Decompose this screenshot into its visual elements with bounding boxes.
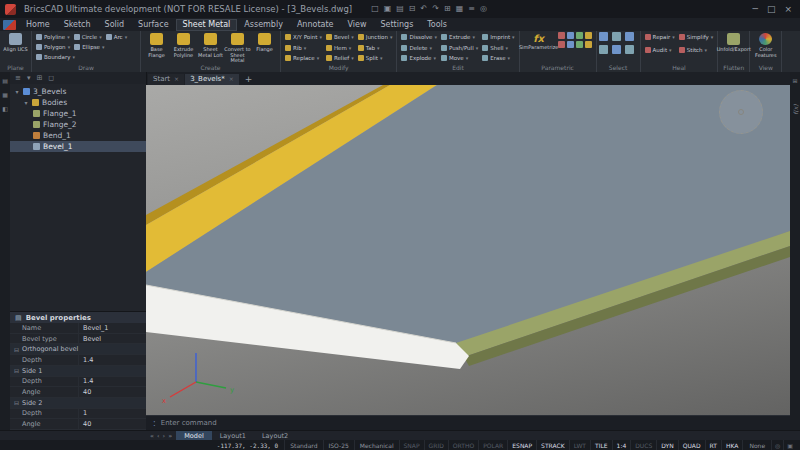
render-icon[interactable]: ◎ xyxy=(480,0,487,18)
expander-icon[interactable]: ▾ xyxy=(14,88,20,95)
layers-panel-icon[interactable]: ▦ xyxy=(2,91,8,98)
draw-tool-button[interactable]: Circle xyxy=(72,32,104,42)
parametric-tool-icon[interactable] xyxy=(585,41,592,48)
select-tool-icon[interactable] xyxy=(612,32,621,41)
edit-tool-button[interactable]: Shell xyxy=(480,43,516,53)
unfold-export-button[interactable]: Unfold/Export xyxy=(720,32,747,53)
tree-item-bodies[interactable]: ▾ Bodies xyxy=(10,97,146,108)
print-icon[interactable]: ⊟ xyxy=(409,0,416,18)
prev-layout-icon[interactable]: ‹ xyxy=(157,432,160,440)
navigation-wheel[interactable] xyxy=(719,90,763,134)
tree-item-bevel1-selected[interactable]: Bevel_1 xyxy=(10,141,146,152)
selection-mode[interactable]: None xyxy=(742,440,771,450)
tree-item-flange1[interactable]: Flange_1 xyxy=(10,108,146,119)
new-file-icon[interactable]: □ xyxy=(371,0,379,18)
edit-tool-button[interactable]: Explode xyxy=(399,53,439,63)
ribbon-tab[interactable]: Surface xyxy=(131,19,175,31)
properties-icon[interactable]: ≡ xyxy=(468,0,475,18)
tree-root[interactable]: ▾ 3_Bevels xyxy=(10,86,146,97)
browser-add-icon[interactable]: ⊞ xyxy=(36,74,42,82)
draw-tool-button[interactable]: Boundary xyxy=(34,52,77,62)
document-tab[interactable]: 3_Bevels* xyxy=(185,74,239,85)
status-toggle[interactable]: TILE xyxy=(590,440,612,450)
status-toggle[interactable]: ESNAP xyxy=(507,440,536,450)
maximize-button[interactable]: □ xyxy=(767,0,776,18)
status-toggle[interactable]: DYN xyxy=(656,440,677,450)
parametric-tool-icon[interactable] xyxy=(567,32,574,39)
status-toggle[interactable]: LWT xyxy=(569,440,590,450)
minimize-button[interactable]: ─ xyxy=(753,0,758,18)
ribbon-tab[interactable]: View xyxy=(341,19,374,31)
draw-tool-button[interactable]: Ellipse xyxy=(72,42,106,52)
select-tool-icon[interactable] xyxy=(599,45,608,54)
ribbon-tab[interactable]: Solid xyxy=(98,19,132,31)
status-field[interactable]: Mechanical xyxy=(354,440,399,450)
edit-tool-button[interactable]: Move xyxy=(439,53,480,63)
select-tool-icon[interactable] xyxy=(625,45,634,54)
command-input[interactable]: Enter command xyxy=(161,419,217,427)
clean-screen-icon[interactable]: ▣ xyxy=(783,440,796,450)
create-tool-button[interactable]: Flange xyxy=(251,32,278,53)
edit-tool-button[interactable]: Imprint xyxy=(480,32,516,42)
open-file-icon[interactable]: ▣ xyxy=(384,0,392,18)
paste-icon[interactable]: ▦ xyxy=(456,0,464,18)
status-field[interactable]: Standard xyxy=(284,440,322,450)
draw-tool-button[interactable]: Polygon xyxy=(34,42,72,52)
fx-parametric-icon[interactable]: f(x) xyxy=(792,104,799,114)
status-toggle[interactable]: 1:4 xyxy=(612,440,631,450)
next-layout-icon[interactable]: › xyxy=(163,432,166,440)
simparametrize-button[interactable]: fxSimParametrize xyxy=(522,32,556,51)
status-toggle[interactable]: GRID xyxy=(424,440,448,450)
browser-settings-icon[interactable]: ◻ xyxy=(48,74,54,82)
create-tool-button[interactable]: Extrude Polyline xyxy=(170,32,197,58)
modify-tool-button[interactable]: Relief xyxy=(324,53,356,63)
parametric-tool-icon[interactable] xyxy=(567,41,574,48)
status-toggle[interactable]: STRACK xyxy=(536,440,569,450)
ribbon-tab[interactable]: Sketch xyxy=(57,19,98,31)
model-viewport[interactable]: y x xyxy=(146,85,790,416)
annotation-monitor-icon[interactable]: ◎ xyxy=(771,440,783,450)
last-layout-icon[interactable]: » xyxy=(168,432,172,440)
ribbon-tab[interactable]: Tools xyxy=(420,19,454,31)
close-button[interactable]: × xyxy=(784,0,792,18)
ribbon-tab[interactable]: Settings xyxy=(373,19,420,31)
edit-tool-button[interactable]: Extrude xyxy=(439,32,480,42)
ribbon-tab[interactable]: Sheet Metal xyxy=(176,19,238,31)
select-tool-icon[interactable] xyxy=(599,32,608,41)
color-features-button[interactable]: Color Features xyxy=(752,32,779,58)
heal-tool-button[interactable]: Simplify xyxy=(677,32,716,42)
status-toggle[interactable]: ORTHO xyxy=(448,440,478,450)
heal-tool-button[interactable]: Stitch xyxy=(677,45,716,55)
draw-tool-button[interactable]: Arc xyxy=(104,32,129,42)
ribbon-tab[interactable]: Assembly xyxy=(237,19,290,31)
tool-palettes-icon[interactable]: ⊞ xyxy=(792,77,797,84)
command-line[interactable]: : Enter command xyxy=(146,415,790,430)
ribbon-tab[interactable]: Annotate xyxy=(290,19,341,31)
new-document-button[interactable]: + xyxy=(240,74,258,85)
edit-tool-button[interactable]: Dissolve xyxy=(399,32,439,42)
save-icon[interactable]: ▤ xyxy=(396,0,404,18)
structure-panel-icon[interactable]: ◧ xyxy=(2,105,8,112)
parametric-tool-icon[interactable] xyxy=(576,32,583,39)
parametric-tool-icon[interactable] xyxy=(558,32,565,39)
edit-tool-button[interactable]: Push/Pull xyxy=(439,43,480,53)
status-toggle[interactable]: QUAD xyxy=(678,440,705,450)
app-menu-icon[interactable] xyxy=(3,20,16,30)
modify-tool-button[interactable]: Tab xyxy=(356,43,395,53)
modify-tool-button[interactable]: Rib xyxy=(283,43,324,53)
select-tool-icon[interactable] xyxy=(625,32,634,41)
ribbon-tab[interactable]: Home xyxy=(19,19,57,31)
create-tool-button[interactable]: Convert to Sheet Metal xyxy=(224,32,251,64)
create-tool-button[interactable]: Sheet Metal Loft xyxy=(197,32,224,58)
ribbon-panel-icon[interactable]: ▤ xyxy=(2,77,8,84)
status-toggle[interactable]: POLAR xyxy=(478,440,507,450)
modify-tool-button[interactable]: Replace xyxy=(283,53,324,63)
browser-expand-icon[interactable]: ▾ xyxy=(27,74,31,82)
tree-item-flange2[interactable]: Flange_2 xyxy=(10,119,146,130)
modify-tool-button[interactable]: X/Y Point xyxy=(283,32,324,42)
undo-icon[interactable]: ↶ xyxy=(421,0,428,18)
modify-tool-button[interactable]: Junction xyxy=(356,32,395,42)
copy-icon[interactable]: ⊞ xyxy=(444,0,451,18)
status-field[interactable]: ISO-25 xyxy=(323,440,354,450)
heal-tool-button[interactable]: Audit xyxy=(643,45,677,55)
